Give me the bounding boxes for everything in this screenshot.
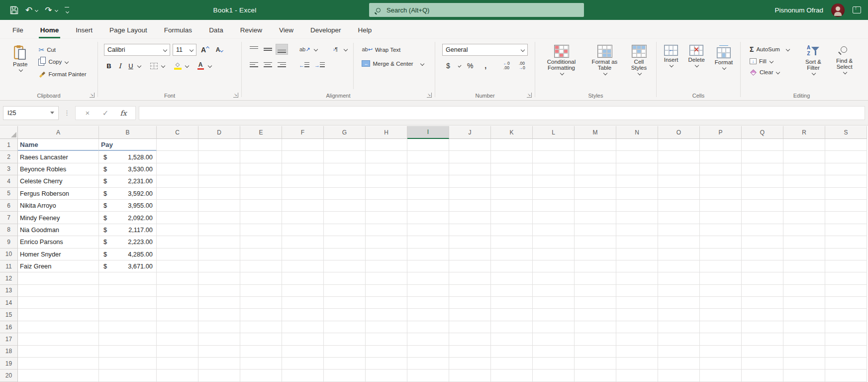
cell-A2[interactable]: Raees Lancaster (18, 151, 99, 163)
cell-R4[interactable] (783, 175, 825, 187)
cell-G3[interactable] (324, 163, 366, 175)
cell-Q3[interactable] (742, 163, 783, 175)
cell-F1[interactable] (282, 139, 324, 151)
cell-K2[interactable] (491, 151, 533, 163)
chevron-down-icon[interactable] (35, 8, 38, 11)
cell-C13[interactable] (157, 285, 198, 297)
format-painter-button[interactable]: Format Painter (36, 69, 88, 79)
cell-C3[interactable] (157, 163, 198, 175)
cell-J6[interactable] (449, 200, 491, 212)
save-button[interactable] (10, 6, 18, 14)
cell-Q20[interactable] (742, 370, 783, 382)
cell-R20[interactable] (783, 370, 825, 382)
cell-D6[interactable] (198, 200, 240, 212)
cell-F10[interactable] (282, 249, 324, 260)
row-header-11[interactable]: 11 (0, 260, 18, 272)
cell-J1[interactable] (449, 139, 491, 151)
cell-O19[interactable] (658, 358, 700, 370)
cell-I1[interactable] (407, 139, 449, 151)
cell-O9[interactable] (658, 236, 700, 248)
cell-P6[interactable] (700, 200, 742, 212)
cell-D5[interactable] (198, 188, 240, 200)
cell-J12[interactable] (449, 272, 491, 284)
cell-I6[interactable] (407, 200, 449, 212)
ribbon-display-options-icon[interactable] (853, 6, 861, 13)
font-name-select[interactable]: Calibri (104, 44, 170, 56)
dialog-launcher-icon[interactable] (90, 93, 95, 98)
search-box[interactable]: Search (Alt+Q) (369, 3, 584, 17)
cell-E13[interactable] (240, 285, 282, 297)
formula-input[interactable] (139, 106, 865, 120)
cell-N16[interactable] (616, 321, 658, 333)
chevron-down-icon[interactable] (50, 112, 54, 114)
fill-button[interactable]: ↓ Fill (748, 57, 791, 66)
align-left-button[interactable] (248, 60, 260, 71)
cell-S5[interactable] (825, 188, 867, 200)
cell-Q15[interactable] (742, 309, 783, 321)
cell-N1[interactable] (616, 139, 658, 151)
tab-formulas[interactable]: Formulas (156, 22, 200, 38)
column-header-F[interactable]: F (282, 126, 324, 139)
redo-button[interactable]: ↷ (45, 6, 57, 14)
column-header-O[interactable]: O (658, 126, 700, 139)
cell-L1[interactable] (533, 139, 575, 151)
cell-E12[interactable] (240, 272, 282, 284)
cell-styles-button[interactable]: Cell Styles (625, 43, 653, 77)
column-header-D[interactable]: D (198, 126, 240, 139)
cell-S2[interactable] (825, 151, 867, 163)
cell-D4[interactable] (198, 175, 240, 187)
cell-I13[interactable] (407, 285, 449, 297)
cell-P20[interactable] (700, 370, 742, 382)
cell-R1[interactable] (783, 139, 825, 151)
column-header-S[interactable]: S (825, 126, 867, 139)
cell-R14[interactable] (783, 297, 825, 309)
middle-align-button[interactable] (262, 44, 274, 55)
cell-A5[interactable]: Fergus Roberson (18, 188, 99, 200)
cell-D16[interactable] (198, 321, 240, 333)
number-format-select[interactable]: General (442, 44, 528, 56)
cell-B9[interactable]: $2,223.00 (99, 236, 157, 248)
cell-L15[interactable] (533, 309, 575, 321)
cell-H14[interactable] (366, 297, 407, 309)
cell-J11[interactable] (449, 260, 491, 272)
cell-R8[interactable] (783, 224, 825, 236)
cell-D9[interactable] (198, 236, 240, 248)
cell-H11[interactable] (366, 260, 407, 272)
accounting-format-button[interactable]: $ (442, 60, 454, 71)
cell-E6[interactable] (240, 200, 282, 212)
cell-H4[interactable] (366, 175, 407, 187)
cell-O13[interactable] (658, 285, 700, 297)
bottom-align-button[interactable] (276, 44, 288, 55)
cell-F9[interactable] (282, 236, 324, 248)
cell-B20[interactable] (99, 370, 157, 382)
cell-I17[interactable] (407, 333, 449, 345)
row-header-9[interactable]: 9 (0, 236, 18, 248)
cell-I15[interactable] (407, 309, 449, 321)
row-header-5[interactable]: 5 (0, 188, 18, 200)
cell-G14[interactable] (324, 297, 366, 309)
cell-M4[interactable] (575, 175, 616, 187)
cell-L7[interactable] (533, 212, 575, 224)
cell-N8[interactable] (616, 224, 658, 236)
cell-H12[interactable] (366, 272, 407, 284)
row-header-13[interactable]: 13 (0, 285, 18, 297)
cell-M1[interactable] (575, 139, 616, 151)
cell-K16[interactable] (491, 321, 533, 333)
cell-E9[interactable] (240, 236, 282, 248)
cell-R11[interactable] (783, 260, 825, 272)
cell-C8[interactable] (157, 224, 198, 236)
cell-A7[interactable]: Mindy Feeney (18, 212, 99, 224)
cell-P11[interactable] (700, 260, 742, 272)
cell-S12[interactable] (825, 272, 867, 284)
cell-K19[interactable] (491, 358, 533, 370)
cell-S9[interactable] (825, 236, 867, 248)
cell-L13[interactable] (533, 285, 575, 297)
row-header-17[interactable]: 17 (0, 333, 18, 345)
undo-button[interactable]: ↶ (25, 6, 38, 14)
column-header-Q[interactable]: Q (742, 126, 783, 139)
cell-O18[interactable] (658, 346, 700, 358)
row-header-1[interactable]: 1 (0, 139, 18, 151)
align-center-button[interactable] (262, 60, 274, 71)
column-header-E[interactable]: E (240, 126, 282, 139)
cell-L4[interactable] (533, 175, 575, 187)
